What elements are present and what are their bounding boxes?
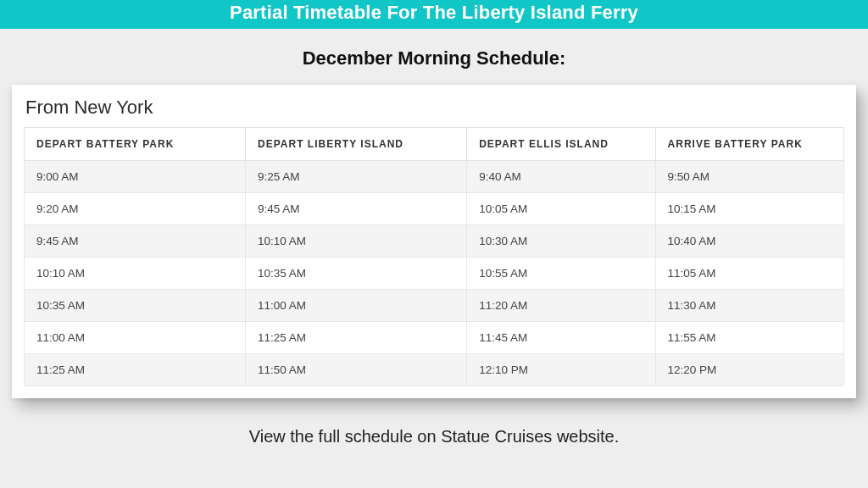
cell: 11:50 AM bbox=[246, 354, 467, 386]
cell: 10:30 AM bbox=[467, 225, 655, 258]
cell: 12:10 PM bbox=[467, 354, 655, 386]
col-header-arrive-battery: ARRIVE BATTERY PARK bbox=[655, 128, 843, 161]
cell: 9:25 AM bbox=[246, 161, 467, 193]
col-header-depart-liberty: DEPART LIBERTY ISLAND bbox=[246, 128, 467, 161]
banner-title: Partial Timetable For The Liberty Island… bbox=[230, 2, 638, 23]
subtitle: December Morning Schedule: bbox=[0, 47, 868, 69]
table-row: 9:20 AM 9:45 AM 10:05 AM 10:15 AM bbox=[25, 193, 844, 225]
cell: 10:40 AM bbox=[655, 225, 843, 258]
table-row: 11:00 AM 11:25 AM 11:45 AM 11:55 AM bbox=[25, 322, 844, 354]
cell: 10:35 AM bbox=[246, 258, 467, 290]
cell: 11:25 AM bbox=[246, 322, 467, 354]
cell: 12:20 PM bbox=[655, 354, 843, 386]
cell: 11:45 AM bbox=[467, 322, 655, 354]
cell: 10:55 AM bbox=[467, 258, 655, 290]
cell: 11:55 AM bbox=[655, 322, 843, 354]
cell: 9:45 AM bbox=[25, 225, 246, 258]
cell: 10:10 AM bbox=[25, 258, 246, 290]
cell: 10:15 AM bbox=[655, 193, 843, 225]
cell: 10:10 AM bbox=[246, 225, 467, 258]
cell: 9:40 AM bbox=[467, 161, 655, 193]
cell: 11:00 AM bbox=[246, 290, 467, 322]
cell: 9:50 AM bbox=[655, 161, 843, 193]
col-header-depart-ellis: DEPART ELLIS ISLAND bbox=[467, 128, 655, 161]
footer-note: View the full schedule on Statue Cruises… bbox=[0, 427, 868, 446]
cell: 11:00 AM bbox=[25, 322, 246, 354]
table-row: 9:00 AM 9:25 AM 9:40 AM 9:50 AM bbox=[25, 161, 844, 193]
cell: 9:00 AM bbox=[25, 161, 246, 193]
table-header-row: DEPART BATTERY PARK DEPART LIBERTY ISLAN… bbox=[25, 128, 844, 161]
cell: 11:30 AM bbox=[655, 290, 843, 322]
schedule-table: DEPART BATTERY PARK DEPART LIBERTY ISLAN… bbox=[24, 127, 844, 386]
table-row: 9:45 AM 10:10 AM 10:30 AM 10:40 AM bbox=[25, 225, 844, 258]
cell: 9:45 AM bbox=[246, 193, 467, 225]
schedule-card: From New York DEPART BATTERY PARK DEPART… bbox=[12, 85, 856, 398]
cell: 11:25 AM bbox=[25, 354, 246, 386]
cell: 11:20 AM bbox=[467, 290, 655, 322]
cell: 10:35 AM bbox=[25, 290, 246, 322]
cell: 11:05 AM bbox=[655, 258, 843, 290]
cell: 10:05 AM bbox=[467, 193, 655, 225]
table-row: 11:25 AM 11:50 AM 12:10 PM 12:20 PM bbox=[25, 354, 844, 386]
cell: 9:20 AM bbox=[25, 193, 246, 225]
table-row: 10:35 AM 11:00 AM 11:20 AM 11:30 AM bbox=[25, 290, 844, 322]
table-row: 10:10 AM 10:35 AM 10:55 AM 11:05 AM bbox=[25, 258, 844, 290]
col-header-depart-battery: DEPART BATTERY PARK bbox=[25, 128, 246, 161]
card-title: From New York bbox=[25, 97, 844, 119]
title-banner: Partial Timetable For The Liberty Island… bbox=[0, 0, 868, 29]
